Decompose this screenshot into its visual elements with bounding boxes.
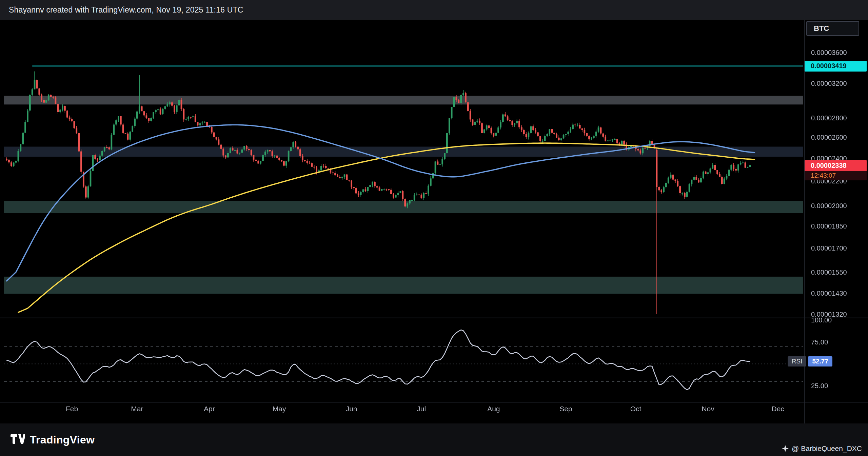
price-tick-label: 0.00001700 (811, 244, 847, 252)
sparkle-icon (782, 445, 789, 452)
month-label: Aug (487, 405, 500, 413)
bar-countdown: 12:43:07 (805, 171, 867, 180)
month-label: Mar (131, 405, 143, 413)
month-label: Jul (417, 405, 426, 413)
bar-countdown-text: 12:43:07 (811, 172, 836, 179)
resistance-price-label: 0.00003419 (805, 61, 867, 72)
month-label: Sep (559, 405, 572, 413)
month-label: Oct (630, 405, 642, 413)
month-label: May (273, 405, 286, 413)
watermark: @ BarbieQueen_DXC (782, 444, 862, 453)
month-label: Jun (346, 405, 357, 413)
price-tick-label: 0.00002000 (811, 202, 847, 210)
rsi-value-badge: 52.77 (808, 356, 832, 366)
price-tick-label: 0.00001430 (811, 290, 847, 297)
watermark-text: @ BarbieQueen_DXC (792, 444, 862, 453)
rsi-tick-label: 25.00 (811, 382, 828, 390)
last-price-value: 0.00002338 (805, 160, 867, 171)
price-tick-label: 0.00002600 (811, 134, 847, 141)
symbol-box[interactable]: BTC (806, 21, 859, 36)
chart-canvas[interactable] (0, 0, 868, 456)
month-label: Nov (702, 405, 714, 413)
tradingview-wordmark[interactable]: TradingView (30, 434, 95, 446)
price-tick-label: 0.00003600 (811, 49, 847, 57)
price-tick-label: 0.00001850 (811, 222, 847, 230)
attribution-text: Shayannv created with TradingView.com, N… (9, 5, 243, 15)
tradingview-chart-page: Shayannv created with TradingView.com, N… (0, 0, 868, 456)
price-tick-label: 0.00002800 (811, 114, 847, 122)
rsi-tick-label: 75.00 (811, 338, 828, 346)
price-tick-label: 0.00001550 (811, 269, 847, 276)
resistance-price-text: 0.00003419 (811, 62, 847, 70)
month-label: Dec (772, 405, 784, 413)
attribution-bar: Shayannv created with TradingView.com, N… (0, 0, 868, 20)
tradingview-logo-icon[interactable] (10, 433, 25, 446)
month-label: Feb (66, 405, 78, 413)
rsi-name-badge: RSI (788, 356, 807, 366)
last-price-text: 0.00002338 (811, 162, 847, 170)
rsi-tick-label: 100.00 (811, 316, 832, 324)
rsi-value-label: RSI 52.77 (788, 356, 832, 366)
price-tick-label: 0.00003200 (811, 79, 847, 87)
bottom-toolbar: TradingView @ BarbieQueen_DXC (0, 423, 868, 456)
last-price-label: 0.00002338 12:43:07 (805, 160, 867, 180)
symbol-label: BTC (814, 24, 829, 33)
month-label: Apr (204, 405, 215, 413)
